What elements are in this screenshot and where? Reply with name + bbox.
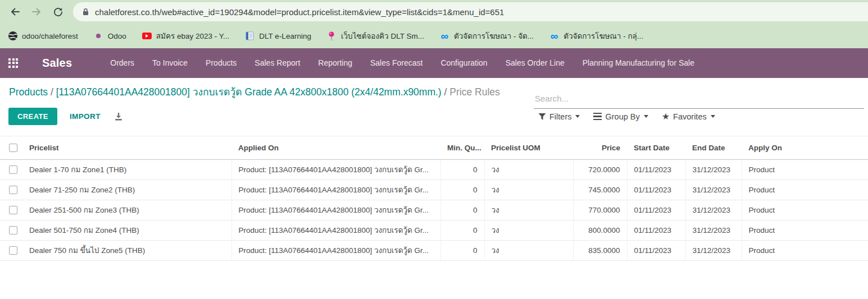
select-all-checkbox[interactable] [9, 144, 17, 152]
document-icon [245, 31, 255, 41]
filter-funnel-icon [538, 113, 546, 121]
cell-uom: วง [484, 180, 573, 200]
menu-reporting[interactable]: Reporting [309, 48, 361, 78]
cell-price: 800.0000 [573, 220, 627, 240]
breadcrumb-separator: / [444, 86, 450, 98]
bookmark-meta-ads-1[interactable]: ∞ ตัวจัดการโฆษณา - จัด... [440, 30, 534, 42]
select-all-cell [0, 136, 22, 159]
url-text[interactable]: chaletforest.co.th/web#active_id=190294&… [95, 7, 504, 17]
cell-end-date: 31/12/2023 [685, 180, 742, 200]
bookmark-label: ตัวจัดการโฆษณา - กลุ่... [563, 30, 643, 42]
cell-end-date: 31/12/2023 [685, 240, 742, 260]
main-content: Products / [113A07664401AA428001800] วงก… [0, 84, 868, 299]
column-header-applied-on[interactable]: Applied On [231, 136, 440, 159]
cell-start-date: 01/11/2023 [627, 240, 685, 260]
import-button[interactable]: IMPORT [70, 112, 101, 121]
column-header-price[interactable]: Price [573, 136, 627, 159]
cell-applied-on: Product: [113A07664401AA428001800] วงกบเ… [231, 220, 440, 240]
menu-configuration[interactable]: Configuration [431, 48, 496, 78]
menu-products[interactable]: Products [197, 48, 246, 78]
bookmark-label: ตัวจัดการโฆษณา - จัด... [454, 30, 534, 42]
bookmark-dlt-booking[interactable]: เว็บไซต์จองคิว DLT Sm... [327, 30, 424, 42]
table-row[interactable]: Dealer 1-70 กม Zone1 (THB) Product: [113… [0, 159, 868, 180]
menu-sales-report[interactable]: Sales Report [246, 48, 309, 78]
bookmark-ebay-youtube[interactable]: สมัคร ebay 2023 - Y... [142, 30, 230, 42]
filters-label: Filters [549, 112, 571, 121]
search-input[interactable] [534, 90, 864, 109]
cell-price: 770.0000 [573, 200, 627, 220]
address-bar[interactable]: chaletforest.co.th/web#active_id=190294&… [73, 2, 868, 21]
menu-sales-forecast[interactable]: Sales Forecast [361, 48, 431, 78]
bookmark-label: สมัคร ebay 2023 - Y... [156, 30, 230, 42]
menu-orders[interactable]: Orders [101, 48, 143, 78]
bookmark-odoo-chaleforest[interactable]: odoo/chaleforest [8, 31, 78, 41]
cell-end-date: 31/12/2023 [685, 220, 742, 240]
column-header-min-qty[interactable]: Min. Qu... [440, 136, 484, 159]
favorites-dropdown[interactable]: ★ Favorites [662, 112, 715, 121]
column-header-pricelist[interactable]: Pricelist [22, 136, 231, 159]
cell-uom: วง [484, 200, 573, 220]
bookmark-label: DLT e-Learning [259, 32, 311, 40]
browser-back-icon[interactable] [4, 2, 26, 21]
row-select-cell [0, 240, 22, 260]
cell-price: 745.0000 [573, 180, 627, 200]
create-button[interactable]: CREATE [8, 108, 57, 125]
star-icon: ★ [662, 112, 670, 121]
cell-apply-on: Product [742, 159, 868, 180]
group-by-bars-icon [593, 113, 602, 121]
column-header-apply-on[interactable]: Apply On [742, 136, 868, 159]
cell-uom: วง [484, 159, 573, 180]
table-row[interactable]: Dealer 71-250 กม Zone2 (THB) Product: [1… [0, 180, 868, 200]
cell-price: 720.0000 [573, 159, 627, 180]
cell-pricelist: Dealer 750 กม ขึ้นไป Zone5 (THB) [22, 240, 231, 260]
search-options: Filters Group By ★ Favorites [538, 108, 729, 126]
menu-to-invoice[interactable]: To Invoice [143, 48, 197, 78]
bookmark-label: Odoo [108, 32, 126, 40]
breadcrumb-separator: / [51, 86, 53, 98]
bookmark-odoo[interactable]: Odoo [94, 31, 126, 41]
row-checkbox[interactable] [9, 206, 17, 214]
cell-applied-on: Product: [113A07664401AA428001800] วงกบเ… [231, 240, 440, 260]
export-download-icon[interactable] [114, 112, 123, 121]
bookmark-label: odoo/chaleforest [22, 32, 78, 40]
column-header-end-date[interactable]: End Date [685, 136, 742, 159]
breadcrumb-product-link[interactable]: [113A07664401AA428001800] วงกบเรดวู้ด Gr… [56, 86, 442, 98]
app-title[interactable]: Sales [42, 57, 72, 70]
menu-planning-manufacturing[interactable]: Planning Manufacturing for Sale [574, 48, 703, 78]
cell-min-qty: 0 [440, 180, 484, 200]
group-by-label: Group By [605, 112, 639, 121]
column-header-uom[interactable]: Pricelist UOM [484, 136, 573, 159]
odoo-navbar: Sales Orders To Invoice Products Sales R… [0, 48, 868, 78]
table-row[interactable]: Dealer 251-500 กม Zone3 (THB) Product: [… [0, 200, 868, 220]
bookmarks-bar: odoo/chaleforest Odoo สมัคร ebay 2023 - … [0, 24, 868, 48]
bookmark-meta-ads-2[interactable]: ∞ ตัวจัดการโฆษณา - กลุ่... [549, 30, 643, 42]
group-by-dropdown[interactable]: Group By [593, 112, 648, 121]
column-header-start-date[interactable]: Start Date [627, 136, 685, 159]
cell-apply-on: Product [742, 240, 868, 260]
breadcrumb-products-link[interactable]: Products [9, 86, 48, 98]
lock-icon[interactable] [82, 8, 89, 16]
youtube-icon [142, 31, 152, 41]
table-row[interactable]: Dealer 750 กม ขึ้นไป Zone5 (THB) Product… [0, 240, 868, 260]
row-checkbox[interactable] [9, 246, 17, 255]
cell-min-qty: 0 [440, 240, 484, 260]
breadcrumb: Products / [113A07664401AA428001800] วงก… [9, 84, 519, 101]
bookmark-dlt-elearning[interactable]: DLT e-Learning [245, 31, 311, 41]
cell-pricelist: Dealer 251-500 กม Zone3 (THB) [22, 200, 231, 220]
filters-dropdown[interactable]: Filters [538, 112, 580, 121]
apps-grid-icon[interactable] [8, 58, 19, 68]
meta-icon: ∞ [549, 31, 559, 41]
browser-reload-icon[interactable] [47, 2, 69, 21]
odoo-icon [94, 31, 103, 41]
favorites-label: Favorites [673, 112, 707, 121]
row-select-cell [0, 200, 22, 220]
cell-pricelist: Dealer 501-750 กม Zone4 (THB) [22, 220, 231, 240]
control-panel: CREATE IMPORT Filters Group By ★ Favorit… [8, 108, 868, 126]
row-checkbox[interactable] [9, 186, 17, 194]
table-row[interactable]: Dealer 501-750 กม Zone4 (THB) Product: [… [0, 220, 868, 240]
row-checkbox[interactable] [9, 165, 17, 174]
browser-forward-icon[interactable] [26, 2, 47, 21]
menu-sales-order-line[interactable]: Sales Order Line [497, 48, 574, 78]
row-checkbox[interactable] [9, 226, 17, 234]
cell-apply-on: Product [742, 200, 868, 220]
